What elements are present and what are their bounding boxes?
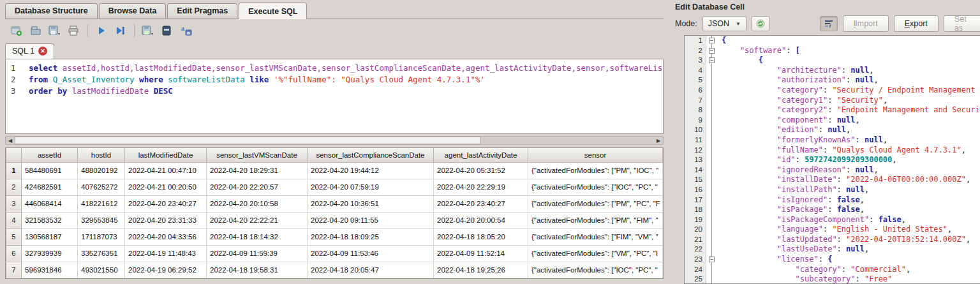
mode-select[interactable]: JSON ▼ [702,16,746,31]
cell[interactable]: 327939939 [22,245,78,262]
cell[interactable]: 488020192 [78,162,125,179]
cell[interactable]: 2022-04-20 22:20:57 [207,179,308,195]
cell[interactable]: 2022-04-18 19:25:26 [434,262,528,278]
column-header-sensor_lastComplianceScanDate[interactable]: sensor_lastComplianceScanDate [308,148,434,162]
sql-editor[interactable]: 1select assetId,hostId,lastModifiedDate,… [5,59,664,134]
execute-all-icon[interactable] [94,24,109,38]
open-query-database-icon[interactable] [160,24,175,38]
scrollbar-thumb[interactable] [15,137,481,144]
cell[interactable]: 2022-04-20 19:44:12 [308,162,434,179]
cell[interactable]: 446068414 [22,195,78,212]
row-number[interactable]: 6 [6,245,22,262]
row-number[interactable]: 5 [6,228,22,245]
fold-toggle-icon[interactable]: − [709,257,715,262]
cell-json-editor[interactable]: 1−{2−"software": [3−{4"architecture": nu… [684,35,980,284]
row-number[interactable]: 1 [6,162,22,179]
cell[interactable]: {"activatedForModules": ["IOC", "PC", " [528,262,663,278]
scroll-right-icon[interactable]: ▶ [654,137,663,144]
tab-execute-sql[interactable]: Execute SQL [239,3,307,19]
cell[interactable]: 2022-04-20 20:10:58 [207,195,308,212]
row-number[interactable]: 4 [6,212,22,228]
column-header-lastModifiedDate[interactable]: lastModifiedDate [125,148,207,162]
cell[interactable]: 2022-04-09 11:52:14 [434,245,528,262]
fold-toggle-icon[interactable]: − [709,38,715,43]
main-area: Database StructureBrowse DataEdit Pragma… [5,3,664,284]
cell[interactable]: 2022-04-21 00:20:50 [125,179,207,195]
row-number[interactable]: 7 [6,262,22,278]
cell[interactable]: 2022-04-20 23:31:33 [125,212,207,228]
cell[interactable]: 171187073 [78,228,125,245]
cell[interactable]: 2022-04-19 11:48:43 [125,245,207,262]
tab-database-structure[interactable]: Database Structure [5,3,98,19]
line-number: 20 [685,225,706,235]
fold-toggle-icon[interactable]: − [709,48,715,54]
tab-edit-pragmas[interactable]: Edit Pragmas [167,3,237,19]
find-replace-icon[interactable]: aa [179,24,194,38]
cell[interactable]: 2022-04-18 18:09:25 [308,228,434,245]
column-header-assetId[interactable]: assetId [22,148,78,162]
horizontal-scrollbar[interactable]: ◀ ▶ [5,136,664,145]
cell[interactable]: 418221612 [78,195,125,212]
cell[interactable]: 2022-04-21 00:47:10 [125,162,207,179]
cell[interactable]: 493021550 [78,262,125,278]
column-header-sensor_lastVMScanDate[interactable]: sensor_lastVMScanDate [207,148,308,162]
cell[interactable]: 596931846 [22,262,78,278]
save-results-icon[interactable] [140,24,156,38]
cell[interactable]: {"activatedForModules": ["PM", "IOC", " [528,162,663,179]
cell[interactable]: 2022-04-20 04:33:56 [125,228,207,245]
table-row: 63279399393352763512022-04-19 11:48:4320… [6,245,663,262]
cell[interactable]: {"activatedForModules": ["PM", "PC", "F [528,195,663,212]
cell[interactable]: 2022-04-18 18:05:20 [434,228,528,245]
save-sql-file-icon[interactable] [47,24,63,38]
column-header-sensor[interactable]: sensor [528,148,663,162]
cell[interactable]: 2022-04-20 09:11:55 [308,212,434,228]
cell[interactable]: 2022-04-19 06:29:52 [125,262,207,278]
export-button[interactable]: Export [894,15,939,32]
cell[interactable]: 2022-04-20 23:40:27 [434,195,528,212]
cell[interactable]: 130568187 [22,228,78,245]
open-sql-file-icon[interactable] [28,24,43,38]
execute-current-line-icon[interactable] [113,24,128,38]
cell[interactable]: 2022-04-20 18:29:31 [207,162,308,179]
cell[interactable]: 335276351 [78,245,125,262]
corner-header [6,148,22,162]
column-header-agent_lastActivityDate[interactable]: agent_lastActivityDate [434,148,528,162]
fold-toggle-icon[interactable]: − [709,57,715,63]
cell[interactable]: 424682591 [22,179,78,195]
cell[interactable]: {"activatedForModules": ["PM", "FIM", " [528,212,663,228]
word-wrap-icon[interactable] [820,16,838,31]
column-header-hostId[interactable]: hostId [78,148,125,162]
cell[interactable]: 2022-04-09 11:53:46 [308,245,434,262]
import-button[interactable]: IImport [843,15,889,32]
cell[interactable]: 2022-04-09 11:59:39 [207,245,308,262]
close-tab-icon[interactable]: ✕ [38,47,47,56]
cell[interactable]: 407625272 [78,179,125,195]
row-number[interactable]: 3 [6,195,22,212]
cell[interactable]: 2022-04-20 20:00:54 [434,212,528,228]
cell[interactable]: 329553845 [78,212,125,228]
cell[interactable]: {"activatedForModules": ["VM", "PC", "I [528,245,663,262]
cell[interactable]: 2022-04-20 10:36:51 [308,195,434,212]
row-number[interactable]: 2 [6,179,22,195]
apply-format-icon[interactable] [752,16,769,31]
cell[interactable]: {"activatedForModules": ["IOC", "PC", " [528,179,663,195]
print-icon[interactable] [66,24,82,38]
cell[interactable]: 2022-04-18 19:58:31 [207,262,308,278]
cell[interactable]: {"activatedForModules": ["FIM", "VM", " [528,228,663,245]
cell[interactable]: 2022-04-20 22:22:21 [207,212,308,228]
sql-tab-1[interactable]: SQL 1 ✕ [5,43,54,59]
cell[interactable]: 584480691 [22,162,78,179]
cell[interactable]: 2022-04-20 23:40:27 [125,195,207,212]
cell[interactable]: 2022-04-20 05:31:52 [434,162,528,179]
scroll-left-icon[interactable]: ◀ [6,137,15,144]
cell[interactable]: 2022-04-20 07:59:19 [308,179,434,195]
fold-column [706,225,718,235]
cell[interactable]: 2022-04-20 22:29:19 [434,179,528,195]
set-as-button[interactable]: Set as [944,15,980,32]
cell[interactable]: 321583532 [22,212,78,228]
mode-label: Mode: [675,19,697,28]
new-sql-tab-icon[interactable] [9,24,24,38]
cell[interactable]: 2022-04-18 20:05:47 [308,262,434,278]
cell[interactable]: 2022-04-18 18:14:32 [207,228,308,245]
tab-browse-data[interactable]: Browse Data [99,3,167,19]
